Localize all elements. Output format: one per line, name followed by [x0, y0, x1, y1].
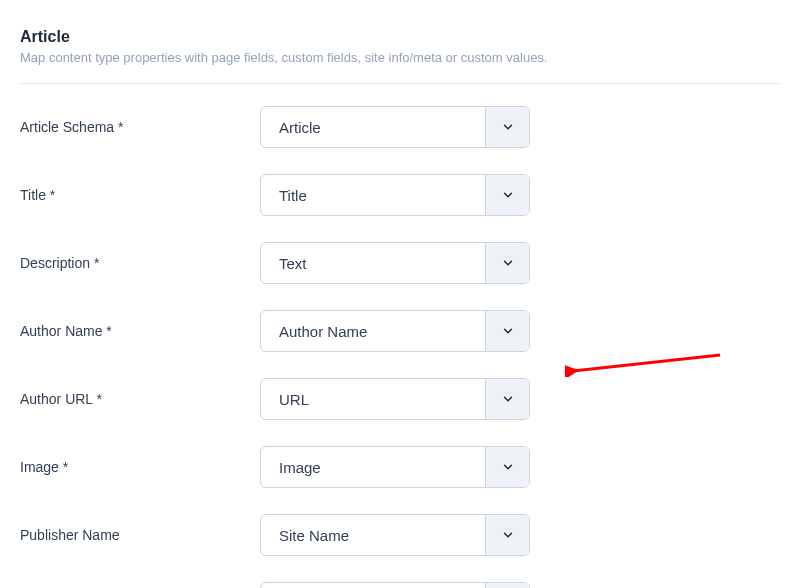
select-value: Site Name [261, 515, 485, 555]
author-name-select[interactable]: Author Name [260, 310, 530, 352]
image-select[interactable]: Image [260, 446, 530, 488]
section-title: Article [20, 28, 780, 46]
publisher-name-select[interactable]: Site Name [260, 514, 530, 556]
description-select[interactable]: Text [260, 242, 530, 284]
chevron-down-icon [485, 175, 529, 215]
select-value: URL [261, 379, 485, 419]
chevron-down-icon [485, 379, 529, 419]
chevron-down-icon [485, 583, 529, 588]
author-url-select[interactable]: URL [260, 378, 530, 420]
chevron-down-icon [485, 243, 529, 283]
field-row-author-name: Author Name * Author Name [20, 310, 780, 352]
select-value: Image [261, 447, 485, 487]
title-select[interactable]: Title [260, 174, 530, 216]
section-subtitle: Map content type properties with page fi… [20, 50, 780, 65]
publisher-logo-select[interactable]: Site Logo [260, 582, 530, 588]
field-label: Image * [20, 459, 260, 475]
select-value: Article [261, 107, 485, 147]
field-row-image: Image * Image [20, 446, 780, 488]
article-schema-select[interactable]: Article [260, 106, 530, 148]
chevron-down-icon [485, 447, 529, 487]
select-value: Title [261, 175, 485, 215]
field-row-title: Title * Title [20, 174, 780, 216]
field-row-publisher-logo: Publisher Logo Site Logo [20, 582, 780, 588]
field-label: Publisher Name [20, 527, 260, 543]
field-label: Author URL * [20, 391, 260, 407]
select-value: Author Name [261, 311, 485, 351]
field-row-author-url: Author URL * URL [20, 378, 780, 420]
divider [20, 83, 780, 84]
field-row-publisher-name: Publisher Name Site Name [20, 514, 780, 556]
select-value: Text [261, 243, 485, 283]
field-row-description: Description * Text [20, 242, 780, 284]
chevron-down-icon [485, 515, 529, 555]
svg-line-1 [573, 355, 720, 371]
chevron-down-icon [485, 311, 529, 351]
chevron-down-icon [485, 107, 529, 147]
field-label: Article Schema * [20, 119, 260, 135]
field-row-article-schema: Article Schema * Article [20, 106, 780, 148]
field-label: Description * [20, 255, 260, 271]
field-label: Author Name * [20, 323, 260, 339]
select-value: Site Logo [261, 583, 485, 588]
field-label: Title * [20, 187, 260, 203]
